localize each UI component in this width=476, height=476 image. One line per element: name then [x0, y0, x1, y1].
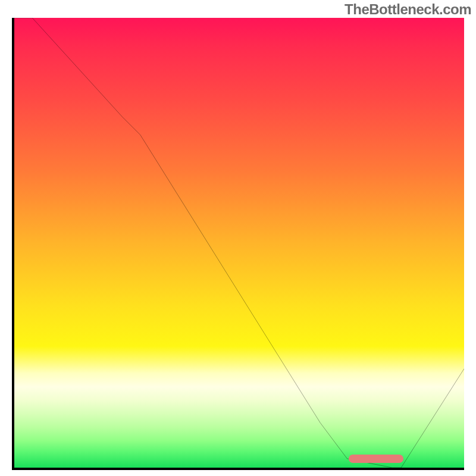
bottleneck-curve — [14, 18, 464, 468]
chart-container: TheBottleneck.com — [0, 0, 476, 476]
optimal-range-marker — [349, 455, 403, 463]
watermark-text: TheBottleneck.com — [345, 1, 471, 18]
plot-area — [12, 18, 464, 470]
